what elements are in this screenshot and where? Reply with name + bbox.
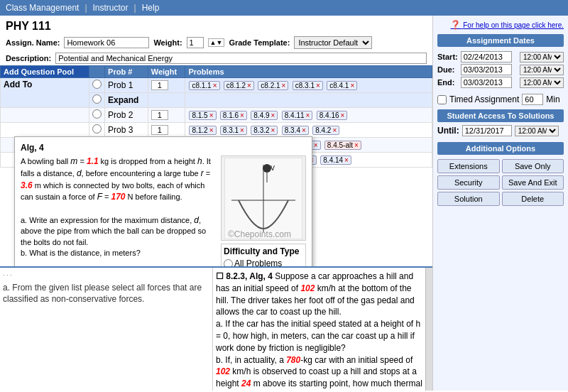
assign-meta-row: Assign. Name: Weight: ▲▼ Grade Template:… <box>0 34 432 51</box>
bottom-right-prob-id: ☐ 8.2.3, Alg, 4 <box>216 271 275 281</box>
nav-help[interactable]: Help <box>142 3 160 13</box>
page-title: PHY 111 <box>0 16 432 34</box>
student-access-title: Student Access To Solutions <box>437 109 564 122</box>
nav-instructor[interactable]: Instructor <box>93 3 129 13</box>
problem-popup: Alg, 4 A bowling ball m = 1.1 kg is drop… <box>14 136 312 266</box>
timed-value-input[interactable] <box>522 94 543 105</box>
popup-svg: v ©Chepoints.com <box>224 158 302 239</box>
col-prob: Prob # <box>105 66 148 78</box>
assignment-dates-title: Assignment Dates <box>437 34 564 47</box>
start-label: Start: <box>437 53 459 61</box>
nav-class-management[interactable]: Class Management <box>6 3 79 13</box>
description-label: Description: <box>6 54 51 62</box>
popup-diagram: v ©Chepoints.com <box>221 156 306 241</box>
difficulty-section: Difficulty and Type All Problems <box>221 244 306 266</box>
description-input[interactable] <box>55 53 427 64</box>
prob-label-1: Prob 1 <box>105 78 148 93</box>
assign-name-label: Assign. Name: <box>6 38 60 47</box>
radio-prob3[interactable] <box>92 124 102 134</box>
question-icon: ❓ <box>450 20 461 30</box>
col-problems: Problems <box>185 66 432 78</box>
radio-prob2[interactable] <box>92 109 102 119</box>
start-time-select[interactable]: 12:00 AM <box>520 52 564 62</box>
help-link[interactable]: ❓ For help on this page click here. <box>437 20 564 31</box>
main-container: PHY 111 Assign. Name: Weight: ▲▼ Grade T… <box>0 16 568 391</box>
popup-body: A bowling ball m = 1.1 kg is dropped fro… <box>21 156 306 266</box>
bottom-left-text: · · · a. From the given list please sele… <box>3 271 209 305</box>
problems-prob1: c8.1.1 × c8.1.2 × c8.2.1 × c8.3.1 × c8.4… <box>185 78 432 93</box>
add-to-radio-prob1[interactable] <box>92 80 102 89</box>
bottom-left-preview: · · · a. From the given list please sele… <box>0 268 213 391</box>
all-problems-radio[interactable] <box>224 259 233 267</box>
weight-prob1[interactable] <box>151 80 168 90</box>
right-sidebar: ❓ For help on this page click here. Assi… <box>433 16 568 391</box>
top-nav: Class Management | Instructor | Help <box>0 0 568 16</box>
bottom-area: · · · a. From the given list please sele… <box>0 266 432 391</box>
prob-tag[interactable]: c8.4.1 × <box>327 81 357 90</box>
prob-tag[interactable]: c8.2.1 × <box>258 81 288 90</box>
solution-button[interactable]: Solution <box>437 192 500 206</box>
due-date-input[interactable] <box>461 64 512 75</box>
expand-radio-prob1[interactable] <box>92 94 102 104</box>
timed-checkbox[interactable] <box>437 95 447 104</box>
end-label: End: <box>437 78 459 87</box>
prob-label-expand: Expand <box>105 93 148 108</box>
dates-grid: Start: 12:00 AM Due: 12:00 AM End: 12:00… <box>437 50 564 89</box>
save-and-exit-button[interactable]: Save And Exit <box>502 175 564 190</box>
weight-input[interactable] <box>187 37 204 48</box>
table-row: Prob 3 8.1.2 × 8.3.1 × 8.3.2 × 8.3.4 × 8… <box>1 123 432 138</box>
until-time-select[interactable]: 12:00 AM <box>515 126 559 136</box>
prob-num-3: Prob 3 <box>105 123 148 138</box>
popup-title: Alg, 4 <box>21 143 306 153</box>
svg-text:©Chepoints.com: ©Chepoints.com <box>228 229 291 239</box>
add-to-row: Add To Prob 1 c8.1.1 × c8.1.2 × c8.2.1 ×… <box>1 78 432 93</box>
min-label: Min <box>546 94 559 104</box>
prob-num-2: Prob 2 <box>105 108 148 123</box>
prob-tag[interactable]: c8.3.1 × <box>293 81 323 90</box>
until-row: Until: 12:00 AM <box>437 125 564 136</box>
timed-row: Timed Assignment Min <box>437 92 564 107</box>
security-button[interactable]: Security <box>437 175 500 190</box>
all-problems-label: All Problems <box>224 258 282 266</box>
prob-tag[interactable]: c8.1.2 × <box>224 81 254 90</box>
weight-label: Weight: <box>153 38 182 47</box>
weight-prob3[interactable] <box>151 125 168 135</box>
col-radio <box>89 66 105 78</box>
until-label: Until: <box>437 126 459 136</box>
timed-label: Timed Assignment <box>449 94 519 104</box>
start-date-input[interactable] <box>461 51 512 62</box>
add-to-label: Add To <box>4 80 86 89</box>
weight-spinner[interactable]: ▲▼ <box>208 38 225 47</box>
delete-button[interactable]: Delete <box>502 192 564 206</box>
svg-text:v: v <box>271 163 275 173</box>
problems-prob2: 8.1.5 × 8.1.6 × 8.4.9 × 8.4.11 × 8.4.16 … <box>185 108 432 123</box>
until-date-input[interactable] <box>462 125 512 136</box>
bottom-right-preview: ☐ 8.2.3, Alg, 4 Suppose a car approaches… <box>213 268 425 391</box>
due-time-select[interactable]: 12:00 AM <box>520 65 564 75</box>
assign-desc-row: Description: <box>0 51 432 65</box>
additional-buttons-grid: Extensions Save Only Security Save And E… <box>437 158 564 207</box>
popup-text: A bowling ball m = 1.1 kg is dropped fro… <box>21 156 215 266</box>
end-date-input[interactable] <box>461 77 512 88</box>
save-only-button[interactable]: Save Only <box>502 159 564 173</box>
extensions-button[interactable]: Extensions <box>437 159 500 173</box>
left-area: PHY 111 Assign. Name: Weight: ▲▼ Grade T… <box>0 16 433 391</box>
add-question-pool-button[interactable]: Add Question Pool <box>4 67 74 76</box>
additional-options-title: Additional Options <box>437 142 564 155</box>
end-time-select[interactable]: 12:00 AM <box>520 77 564 88</box>
col-weight: Weight <box>148 66 185 78</box>
assign-name-input[interactable] <box>64 37 149 48</box>
table-row: Prob 2 8.1.5 × 8.1.6 × 8.4.9 × 8.4.11 × … <box>1 108 432 123</box>
grade-template-select[interactable]: Instructor Default <box>294 36 372 49</box>
prob-tag[interactable]: c8.1.1 × <box>189 81 219 90</box>
problems-prob3: 8.1.2 × 8.3.1 × 8.3.2 × 8.3.4 × 8.4.2 × <box>185 123 432 138</box>
table-area: Add Question Pool Prob # Weight Problems… <box>0 65 432 266</box>
scrollbar-vertical[interactable] <box>425 268 432 391</box>
weight-prob2[interactable] <box>151 110 168 120</box>
grade-template-label: Grade Template: <box>229 38 290 47</box>
due-label: Due: <box>437 65 459 74</box>
